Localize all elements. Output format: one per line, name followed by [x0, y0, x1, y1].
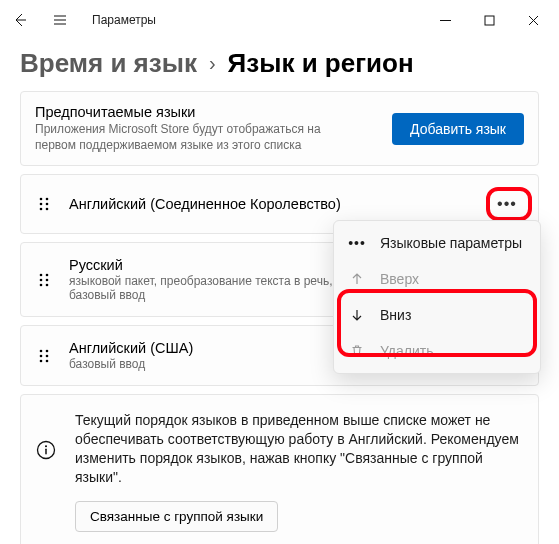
more-icon: ••• — [348, 234, 366, 252]
svg-rect-0 — [485, 16, 494, 25]
svg-point-2 — [46, 198, 49, 201]
svg-rect-21 — [45, 449, 46, 455]
svg-point-7 — [40, 273, 43, 276]
svg-point-6 — [46, 208, 49, 211]
title-bar: Параметры — [0, 0, 559, 40]
menu-item-language-params[interactable]: ••• Языковые параметры — [334, 225, 540, 261]
app-title: Параметры — [92, 13, 156, 27]
close-button[interactable] — [511, 4, 555, 36]
svg-point-9 — [40, 278, 43, 281]
menu-item-move-up: Вверх — [334, 261, 540, 297]
svg-point-18 — [46, 359, 49, 362]
svg-point-1 — [40, 198, 43, 201]
breadcrumb: Время и язык › Язык и регион — [0, 40, 559, 91]
svg-point-4 — [46, 203, 49, 206]
language-name: Английский (Соединенное Королевство) — [69, 196, 474, 212]
menu-item-label: Удалить — [380, 343, 433, 359]
arrow-down-icon — [348, 306, 366, 324]
menu-item-move-down[interactable]: Вниз — [334, 297, 540, 333]
back-button[interactable] — [8, 8, 32, 32]
svg-point-3 — [40, 203, 43, 206]
preferred-desc: Приложения Microsoft Store будут отображ… — [35, 122, 355, 153]
grouped-languages-button[interactable]: Связанные с группой языки — [75, 501, 278, 532]
chevron-right-icon: › — [209, 52, 216, 75]
menu-item-label: Вверх — [380, 271, 419, 287]
language-order-info-card: Текущий порядок языков в приведенном выш… — [20, 394, 539, 544]
drag-handle-icon[interactable] — [35, 348, 53, 364]
svg-point-20 — [45, 445, 47, 447]
info-text: Текущий порядок языков в приведенном выш… — [75, 411, 524, 487]
svg-point-15 — [40, 354, 43, 357]
info-icon — [35, 439, 57, 461]
svg-point-10 — [46, 278, 49, 281]
drag-handle-icon[interactable] — [35, 196, 53, 212]
language-context-menu: ••• Языковые параметры Вверх Вниз Удалит… — [333, 220, 541, 374]
minimize-button[interactable] — [423, 4, 467, 36]
menu-item-label: Вниз — [380, 307, 411, 323]
menu-button[interactable] — [48, 8, 72, 32]
menu-item-delete: Удалить — [334, 333, 540, 369]
svg-point-14 — [46, 349, 49, 352]
preferred-title: Предпочитаемые языки — [35, 104, 378, 120]
svg-point-17 — [40, 359, 43, 362]
more-icon: ••• — [497, 196, 517, 212]
breadcrumb-current: Язык и регион — [228, 48, 414, 79]
svg-point-11 — [40, 283, 43, 286]
more-options-button[interactable]: ••• — [490, 189, 524, 219]
maximize-button[interactable] — [467, 4, 511, 36]
svg-point-16 — [46, 354, 49, 357]
trash-icon — [348, 342, 366, 360]
svg-point-12 — [46, 283, 49, 286]
drag-handle-icon[interactable] — [35, 272, 53, 288]
preferred-languages-card: Предпочитаемые языки Приложения Microsof… — [20, 91, 539, 166]
svg-point-8 — [46, 273, 49, 276]
breadcrumb-parent[interactable]: Время и язык — [20, 48, 197, 79]
add-language-button[interactable]: Добавить язык — [392, 113, 524, 145]
svg-point-13 — [40, 349, 43, 352]
arrow-up-icon — [348, 270, 366, 288]
menu-item-label: Языковые параметры — [380, 235, 522, 251]
svg-point-5 — [40, 208, 43, 211]
